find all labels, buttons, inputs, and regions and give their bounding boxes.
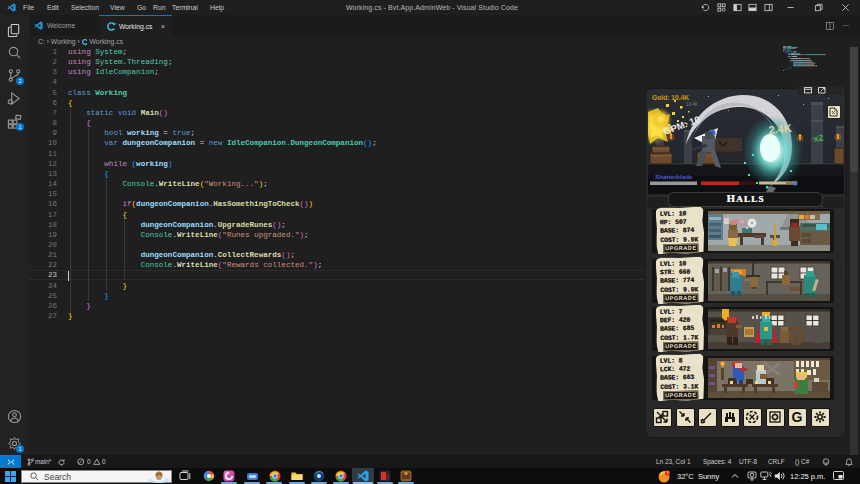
svg-text:x2: x2 <box>813 132 825 144</box>
svg-text:❄: ❄ <box>792 179 798 188</box>
svg-text:3: 3 <box>666 471 668 475</box>
svg-text:Shatterblade: Shatterblade <box>655 173 693 180</box>
svg-text:10.4K: 10.4K <box>686 102 698 107</box>
svg-text:Gold: 10.4K: Gold: 10.4K <box>652 94 689 101</box>
svg-text:2.4K: 2.4K <box>768 122 792 136</box>
